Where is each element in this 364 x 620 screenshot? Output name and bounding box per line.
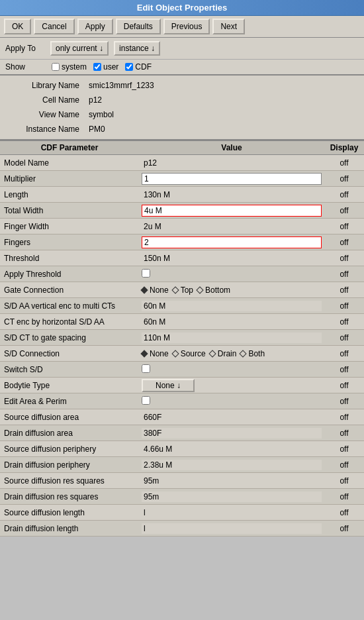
library-name-row: Library Name	[0, 78, 364, 93]
radio-label[interactable]: Drain	[210, 349, 237, 358]
instance-name-input[interactable]	[86, 124, 258, 134]
cell-name-label: Cell Name	[7, 95, 86, 105]
system-checkbox[interactable]	[52, 63, 60, 71]
param-text-input[interactable]	[142, 253, 322, 264]
defaults-button[interactable]: Defaults	[116, 19, 161, 34]
params-header: CDF Parameter Value Display	[0, 140, 364, 155]
param-value-cell	[139, 252, 324, 264]
param-name-cell: S/D CT to gate spacing	[0, 332, 139, 344]
bodytie-dropdown[interactable]: None ↓	[142, 379, 195, 392]
radio-label[interactable]: Both	[240, 349, 265, 358]
radio-label[interactable]: None	[142, 285, 169, 295]
only-current-dropdown[interactable]: only current ↓	[50, 41, 109, 56]
param-checkbox[interactable]	[142, 269, 150, 278]
param-name-cell: Source diffusion res squares	[0, 475, 139, 487]
param-name-cell: Finger Width	[0, 221, 139, 232]
value-col-header: Value	[139, 143, 324, 152]
apply-button[interactable]: Apply	[77, 19, 113, 34]
next-button[interactable]: Next	[212, 19, 245, 34]
table-row: Drain diffusion res squaresoff	[0, 489, 364, 505]
table-row: S/D CT to gate spacingoff	[0, 330, 364, 346]
radio-selected-icon	[140, 286, 148, 293]
param-name-cell: CT enc by horizontal S/D AA	[0, 316, 139, 328]
param-checkbox[interactable]	[142, 364, 150, 373]
library-name-input[interactable]	[86, 80, 258, 91]
cell-name-input[interactable]	[86, 95, 258, 105]
param-text-input[interactable]	[142, 205, 322, 217]
param-value-cell	[139, 189, 324, 201]
param-display-cell: off	[324, 523, 364, 535]
param-text-input[interactable]	[142, 476, 322, 486]
table-row: Thresholdoff	[0, 250, 364, 266]
previous-button[interactable]: Previous	[163, 19, 210, 34]
system-checkbox-group: system	[52, 62, 87, 72]
param-text-input[interactable]	[142, 189, 322, 200]
param-text-input[interactable]	[142, 301, 322, 311]
param-checkbox[interactable]	[142, 396, 150, 405]
param-value-cell: NoneSourceDrainBoth	[139, 348, 324, 359]
table-row: Multiplieroff	[0, 171, 364, 187]
radio-label[interactable]: Bottom	[197, 285, 230, 295]
cdf-label: CDF	[135, 62, 152, 72]
param-text-input[interactable]	[142, 236, 322, 248]
table-row: Total Widthoff	[0, 203, 364, 219]
param-value-cell	[139, 204, 324, 217]
param-text-input[interactable]	[142, 491, 322, 502]
param-display-cell: off	[324, 157, 364, 169]
apply-to-label: Apply To	[5, 44, 45, 53]
param-text-input[interactable]	[142, 317, 322, 327]
show-label: Show	[5, 62, 45, 72]
param-value-cell	[139, 172, 324, 185]
param-text-input[interactable]	[142, 523, 322, 534]
radio-label[interactable]: None	[142, 349, 169, 358]
param-text-input[interactable]	[142, 444, 322, 454]
param-display-cell: off	[324, 475, 364, 487]
view-name-input[interactable]	[86, 109, 258, 120]
view-name-row: View Name	[0, 107, 364, 122]
radio-label[interactable]: Source	[173, 349, 206, 358]
param-display-cell: off	[324, 507, 364, 519]
param-text-input[interactable]	[142, 158, 322, 168]
param-display-cell: off	[324, 252, 364, 264]
param-text-input[interactable]	[142, 412, 322, 423]
param-text-input[interactable]	[142, 428, 322, 439]
param-display-cell: off	[324, 491, 364, 503]
param-name-cell: Source diffusion area	[0, 411, 139, 423]
radio-unselected-icon	[208, 350, 216, 357]
param-value-cell	[139, 268, 324, 280]
cell-name-row: Cell Name	[0, 93, 364, 107]
param-display-cell: off	[324, 395, 364, 407]
param-text-input[interactable]	[142, 221, 322, 232]
param-text-input[interactable]	[142, 333, 322, 343]
table-row: S/D AA vertical enc to multi CTsoff	[0, 298, 364, 314]
radio-selected-icon	[140, 350, 148, 357]
instance-name-label: Instance Name	[7, 125, 86, 134]
ok-button[interactable]: OK	[4, 19, 31, 34]
param-display-cell: off	[324, 268, 364, 280]
param-value-cell	[139, 411, 324, 423]
param-display-cell: off	[324, 459, 364, 471]
table-row: S/D ConnectionNoneSourceDrainBothoff	[0, 346, 364, 362]
param-display-cell: off	[324, 221, 364, 232]
param-name-cell: S/D AA vertical enc to multi CTs	[0, 300, 139, 312]
table-row: Gate ConnectionNoneTopBottomoff	[0, 282, 364, 298]
instance-dropdown[interactable]: instance ↓	[114, 41, 160, 56]
radio-unselected-icon	[240, 350, 247, 357]
params-container: Model NameoffMultiplieroffLengthoffTotal…	[0, 155, 364, 537]
param-text-input[interactable]	[142, 173, 322, 185]
param-display-cell: off	[324, 205, 364, 217]
param-value-cell	[139, 300, 324, 312]
param-value-cell	[139, 157, 324, 169]
param-display-cell: off	[324, 284, 364, 296]
cdf-checkbox[interactable]	[125, 63, 133, 71]
param-text-input[interactable]	[142, 507, 322, 518]
param-text-input[interactable]	[142, 460, 322, 470]
radio-unselected-icon	[171, 286, 179, 293]
instance-name-row: Instance Name	[0, 122, 364, 136]
cancel-button[interactable]: Cancel	[34, 19, 74, 34]
user-checkbox[interactable]	[93, 63, 101, 71]
param-name-cell: Drain diffusion periphery	[0, 459, 139, 471]
radio-label[interactable]: Top	[173, 285, 193, 295]
param-name-cell: Drain diffusion area	[0, 427, 139, 439]
radio-group: NoneSourceDrainBoth	[142, 349, 322, 358]
